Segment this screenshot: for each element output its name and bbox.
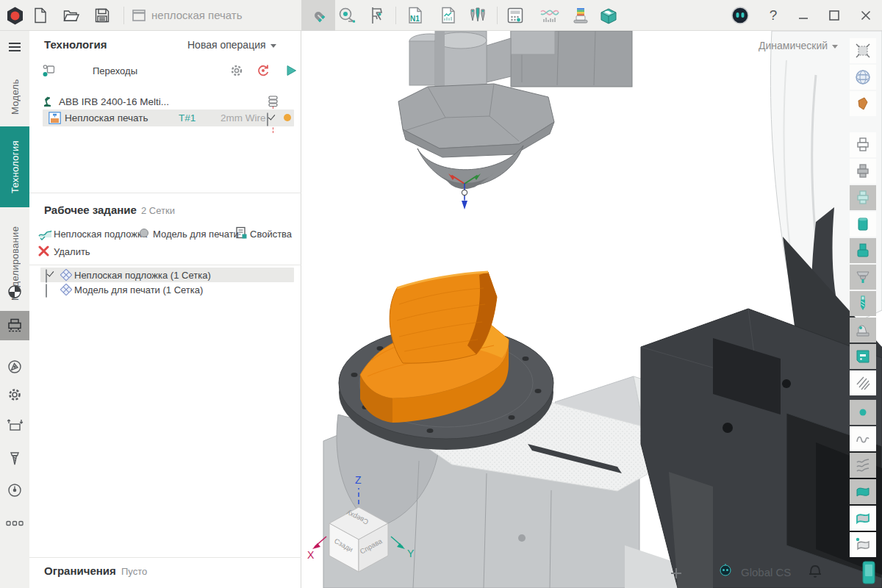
spline-curve-button[interactable] — [850, 426, 876, 451]
workpiece-outline-button[interactable] — [850, 132, 876, 157]
project-window-icon[interactable] — [126, 3, 151, 28]
diagnostics-graphs-icon[interactable] — [537, 3, 562, 28]
view-mode-label: Динамический — [759, 40, 828, 51]
maximize-button[interactable] — [822, 3, 847, 28]
gcode-doc-icon[interactable]: N1 — [403, 3, 428, 28]
robot-print-head — [398, 31, 632, 189]
worktask-item-label: Модель для печати (1 Сетка) — [74, 284, 203, 295]
machine-control-button[interactable] — [850, 344, 876, 369]
printer-tool-icon[interactable] — [0, 311, 29, 340]
close-button[interactable] — [853, 3, 878, 28]
operation-tool-id: T#1 — [179, 112, 196, 123]
wave-surface-outline-button[interactable] — [850, 506, 876, 531]
delete-button-label[interactable]: Удалить — [54, 246, 90, 257]
worktask-count: 2 Сетки — [141, 205, 175, 216]
model-sphere-icon[interactable] — [140, 229, 148, 237]
robot-arm-icon — [43, 96, 55, 111]
recalculate-icon[interactable] — [256, 63, 270, 81]
worktask-item-row[interactable]: Модель для печати (1 Сетка) — [40, 282, 294, 297]
settings-gear-icon[interactable] — [0, 380, 29, 409]
top-toolbar: неплоская печать N1 ? — [0, 0, 882, 31]
teach-pendant-icon[interactable] — [861, 560, 876, 588]
worktask-item-checkbox[interactable] — [46, 284, 47, 298]
wave-surface-filled-button[interactable] — [850, 479, 876, 504]
fit-selection-button[interactable] — [850, 38, 876, 63]
nozzle-step-button[interactable] — [850, 265, 876, 290]
hamburger-menu-icon[interactable] — [0, 32, 29, 62]
workpiece-solid-button[interactable] — [850, 159, 876, 184]
caliper-icon[interactable] — [364, 3, 389, 28]
origin-sphere-icon[interactable] — [0, 277, 29, 306]
project-title: неплоская печать — [151, 9, 243, 21]
chevron-down-icon — [270, 44, 276, 48]
properties-doc-icon[interactable] — [235, 226, 248, 242]
operation-name: Неплоская печать — [65, 112, 148, 123]
tool-drill-icon[interactable] — [0, 444, 29, 473]
holder-cylinder-button[interactable] — [850, 212, 876, 237]
substrate-button-label[interactable]: Неплоская подложка — [54, 229, 147, 240]
calculator-icon[interactable] — [503, 3, 528, 28]
coordinate-system-label: Global CS — [741, 566, 791, 578]
constraints-value: Пусто — [121, 566, 147, 577]
workpiece-exchange-icon[interactable] — [0, 411, 29, 440]
run-simulation-icon[interactable] — [284, 63, 298, 81]
gauge-icon[interactable] — [0, 476, 29, 505]
section-divider — [29, 193, 301, 193]
structure-nodes-icon[interactable] — [43, 64, 56, 80]
operation-settings-gear-icon[interactable] — [229, 63, 244, 81]
print-model-button-label[interactable]: Модель для печати — [153, 229, 239, 240]
app-logo-icon[interactable] — [2, 3, 27, 28]
operation-status-dot — [284, 114, 291, 121]
worktask-item-checkbox[interactable] — [46, 269, 47, 283]
magnet-snap-icon[interactable] — [306, 3, 331, 28]
operation-checkbox[interactable] — [267, 112, 268, 126]
print-operation-icon — [49, 112, 61, 127]
chevron-down-icon — [832, 45, 838, 49]
mesh-box-icon[interactable] — [596, 3, 621, 28]
compass-icon[interactable] — [0, 352, 29, 381]
properties-button-label[interactable]: Свойства — [250, 229, 292, 240]
delete-cross-icon[interactable] — [38, 245, 49, 259]
report-doc-icon[interactable] — [436, 3, 461, 28]
print-layers-icon[interactable] — [568, 3, 593, 28]
tool-library-icon[interactable] — [465, 3, 490, 28]
wave-surface-point-button[interactable] — [850, 532, 876, 557]
assistant-icon[interactable] — [728, 3, 753, 28]
minimize-button[interactable] — [791, 3, 816, 28]
surface-face-button[interactable] — [850, 91, 876, 116]
axis-x-label: X — [307, 549, 315, 561]
save-icon[interactable] — [90, 3, 115, 28]
notifications-bell-icon[interactable] — [807, 562, 823, 582]
workpiece-ghost-button[interactable] — [850, 185, 876, 210]
worktask-title: Рабочее задание — [44, 204, 137, 216]
worktask-item-row[interactable]: Неплоская подложка (1 Сетка) — [40, 268, 294, 282]
tab-model[interactable]: Модель — [0, 70, 29, 124]
point-dot-button[interactable] — [850, 400, 876, 425]
new-file-icon[interactable] — [28, 3, 53, 28]
orbit-globe-button[interactable] — [850, 65, 876, 90]
view-mode-dropdown[interactable]: Динамический — [759, 40, 838, 51]
tape-measure-icon[interactable] — [334, 3, 359, 28]
robot-head-icon[interactable] — [717, 562, 734, 581]
wave-layers-button[interactable] — [850, 453, 876, 478]
tree-row-operation[interactable]: Неплоская печать T#1 2mm Wire — [43, 110, 294, 126]
substrate-button[interactable] — [38, 228, 52, 241]
drill-bit-button[interactable] — [850, 291, 876, 316]
tree-row-machine[interactable]: ABB IRB 2400-16 Melti... — [40, 95, 294, 110]
add-plus-icon[interactable] — [669, 566, 684, 584]
toolbar-separator — [497, 7, 498, 24]
left-tab-strip: Модель Технология Моделирование — [0, 31, 29, 588]
open-folder-icon[interactable] — [59, 3, 84, 28]
hatch-pattern-button[interactable] — [850, 370, 876, 395]
viewport-3d[interactable]: Z X Y Сверху Сзади Справа Динамический — [301, 31, 882, 588]
tab-technology[interactable]: Технология — [0, 126, 29, 207]
constraints-title: Ограничения — [44, 564, 116, 577]
more-options-icon[interactable] — [0, 509, 29, 538]
machine-head-button[interactable] — [850, 318, 876, 343]
new-operation-dropdown[interactable]: Новая операция — [187, 39, 276, 51]
mesh-icon — [60, 269, 72, 284]
holder-flange-button[interactable] — [850, 238, 876, 263]
help-button[interactable]: ? — [761, 3, 786, 28]
machine-name: ABB IRB 2400-16 Melti... — [59, 96, 169, 107]
scene-3d: Z X Y Сверху Сзади Справа — [301, 31, 882, 588]
